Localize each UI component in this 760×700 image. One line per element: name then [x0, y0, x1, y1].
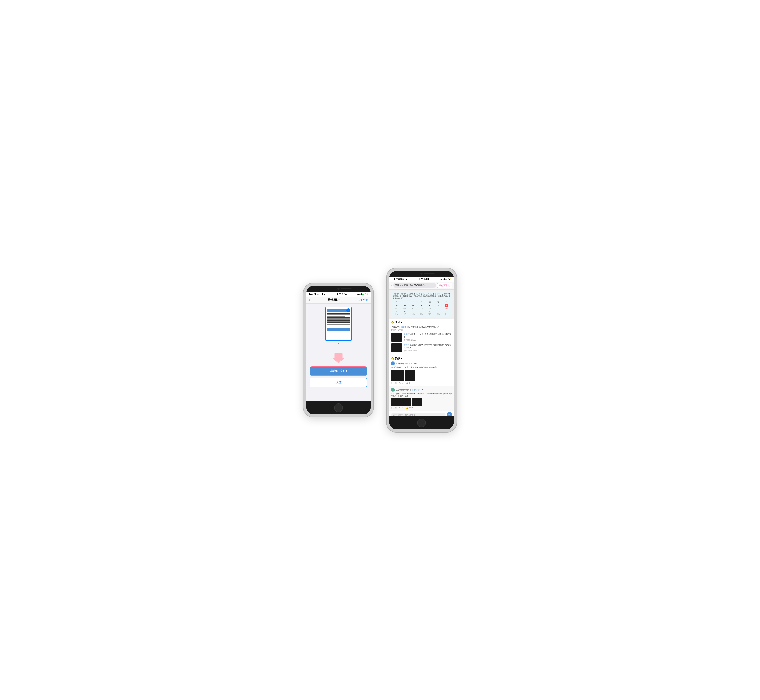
calendar-description: （清明节）清明节，又称踏青节、行清节、三月节、祭祖节等，节期在仲春与暮春之交，清…: [393, 293, 450, 300]
battery-icon-left: ⚡: [361, 293, 368, 295]
nav-bar-left: ‹ 导出图片 取消全选: [306, 297, 371, 303]
hot-user-info: 直理循察素Alter 微博 1天前: [391, 361, 452, 366]
phone-right: 中国移动 ▲ 下午 2:36 57% ⚡: [387, 268, 457, 432]
image-thumbnail[interactable]: ✓: [325, 307, 351, 341]
charge-icon-right: ⚡: [449, 278, 451, 280]
home-button-right[interactable]: [417, 419, 426, 427]
comment-images: [391, 398, 452, 406]
phone-left: App Store ▲ 下午 2:34 57%: [303, 283, 373, 417]
hot-actions: ♡ 分享 🗨 18 👍 3: [391, 382, 452, 384]
comment-img-2: [401, 398, 411, 406]
news-item-2[interactable]: 清明节假期来到！天气、出行各种信息,你关心的都在这里 腾讯网 昨天21:17: [391, 333, 452, 342]
comment-user-info: 心之助心理情感平台 百度动态 04-17: [391, 388, 452, 392]
browser-back-button[interactable]: ‹: [391, 283, 392, 288]
signal-icon-left: [320, 293, 323, 295]
hot-img-2: [405, 370, 415, 381]
hot-share-btn[interactable]: ♡ 分享: [391, 382, 396, 384]
carrier-right: 中国移动: [396, 278, 404, 281]
image-grid: ✓: [306, 303, 371, 348]
comment-user-name: 心之助心理情感平台 百度动态 04-17: [396, 389, 424, 391]
news-text-1: 中国发布丨清明节消防安全提示:注意文明祭扫 安全用火 腾讯网 5小时前: [391, 325, 439, 331]
status-bar-left: App Store ▲ 下午 2:34 57%: [306, 292, 371, 297]
comment-user-avatar: [391, 388, 395, 392]
preview-button[interactable]: 预览: [310, 378, 367, 387]
page-number: 1: [338, 342, 339, 345]
hot-user-avatar: [391, 361, 395, 366]
speaker-right: [424, 273, 435, 274]
hot-header: 🔥 热议 ›: [391, 356, 452, 360]
calendar-grid: 日 一 二 三 四 五 六 29 30 31 1 2: [393, 301, 450, 315]
comment-input[interactable]: 关于清明节，我来说两句: [391, 412, 446, 416]
signal-icon-right: [392, 278, 395, 280]
hot-img-1: [391, 370, 404, 381]
comment-share-btn[interactable]: ♡ 分享: [391, 407, 396, 409]
carrier-left: App Store: [309, 293, 319, 295]
content-area: （清明节）清明节，又称踏青节、行清节、三月节、祭祖节等，节期在仲春与暮春之交，清…: [389, 289, 454, 416]
comment-actions: ♡ 分享 🗨 84 👍 2267: [391, 407, 452, 409]
battery-percent-left: 57%: [357, 293, 361, 295]
comment-reply-btn[interactable]: 🗨 84: [399, 407, 403, 409]
news-item-3[interactable]: 清明节假期刚到,世界却传来4条坏消息,美德法印时时陷入混乱？ 慧学书社 4月15…: [391, 343, 452, 352]
arrow-down-icon: [306, 352, 371, 363]
news-header: 🔥 资讯 ›: [391, 320, 452, 324]
browser-nav: ‹ 清明节 - 百度_迅捷PDF转换器... 保存至相册: [389, 282, 454, 289]
save-to-album-button[interactable]: 保存至相册: [437, 283, 452, 288]
edit-icon[interactable]: ✏: [447, 412, 452, 416]
cancel-all-button[interactable]: 取消全选: [358, 298, 368, 302]
time-right: 下午 2:36: [418, 278, 429, 281]
news-fire-icon: 🔥: [391, 320, 394, 323]
check-mark: ✓: [346, 308, 350, 312]
battery-icon-right: ⚡: [445, 278, 451, 280]
url-bar[interactable]: 清明节 - 百度_迅捷PDF转换器...: [393, 283, 436, 288]
wifi-icon-right: ▲: [405, 278, 407, 280]
news-thumb-3: [391, 343, 402, 352]
hot-content: 清明节亲戚送了五六十个清明果怎么吃效率更高啊😅: [391, 366, 452, 369]
export-buttons-container: 导出图片 (1) 预览: [306, 366, 371, 391]
camera-left: [337, 288, 340, 290]
hot-user-name: 直理循察素Alter 微博 1天前: [396, 362, 417, 365]
home-button-left[interactable]: [334, 403, 343, 412]
time-left: 下午 2:34: [336, 292, 346, 296]
calendar-widget: （清明节）清明节，又称踏青节、行清节、三月节、祭祖节等，节期在仲春与暮春之交，清…: [391, 291, 452, 317]
news-thumb-2: [391, 333, 402, 342]
news-item-1[interactable]: 中国发布丨清明节消防安全提示:注意文明祭扫 安全用火 腾讯网 5小时前: [391, 325, 452, 331]
charge-icon-left: ⚡: [366, 294, 368, 295]
news-text-2: 清明节假期来到！天气、出行各种信息,你关心的都在这里 腾讯网 昨天21:17: [404, 333, 452, 341]
comment-img-3: [412, 398, 422, 406]
scene: App Store ▲ 下午 2:34 57%: [303, 268, 457, 432]
camera-right: [420, 273, 423, 275]
arrow-up-icon: ↑: [451, 283, 454, 289]
nav-title-left: 导出图片: [328, 298, 340, 302]
news-section: 🔥 资讯 › 中国发布丨清明节消防安全提示:注意文明祭扫 安全用火 腾讯网 5小…: [389, 319, 454, 356]
speaker-left: [341, 288, 351, 289]
svg-marker-1: [334, 354, 343, 362]
hot-like-btn[interactable]: 👍 3: [406, 382, 410, 384]
news-text-3: 清明节假期刚到,世界却传来4条坏消息,美德法印时时陷入混乱？ 慧学书社 4月15…: [404, 343, 452, 352]
comment-img-1: [391, 398, 401, 406]
hot-comment-btn[interactable]: 🗨 18: [399, 382, 403, 384]
comment-content: 清明节婆婆问我要不要回去扫墓，我很奇怪，他儿子正和我闹离婚，她一向都是站在儿子那…: [391, 392, 452, 397]
input-bar: 关于清明节，我来说两句 ✏: [389, 411, 454, 416]
back-button-left[interactable]: ‹: [309, 298, 310, 302]
battery-percent-right: 57%: [440, 278, 444, 280]
comment-like-btn[interactable]: 👍 2267: [406, 407, 413, 409]
wifi-icon-left: ▲: [324, 293, 326, 295]
hot-fire-icon: 🔥: [391, 357, 394, 360]
hot-section: 🔥 热议 › 直理循察素Alter 微博 1天前: [389, 356, 454, 386]
hot-images: [391, 370, 452, 381]
export-button[interactable]: 导出图片 (1): [310, 366, 367, 376]
comment-section: 心之助心理情感平台 百度动态 04-17 清明节婆婆问我要不要回去扫墓，我很奇怪…: [389, 386, 454, 411]
status-bar-right: 中国移动 ▲ 下午 2:36 57% ⚡: [389, 277, 454, 282]
